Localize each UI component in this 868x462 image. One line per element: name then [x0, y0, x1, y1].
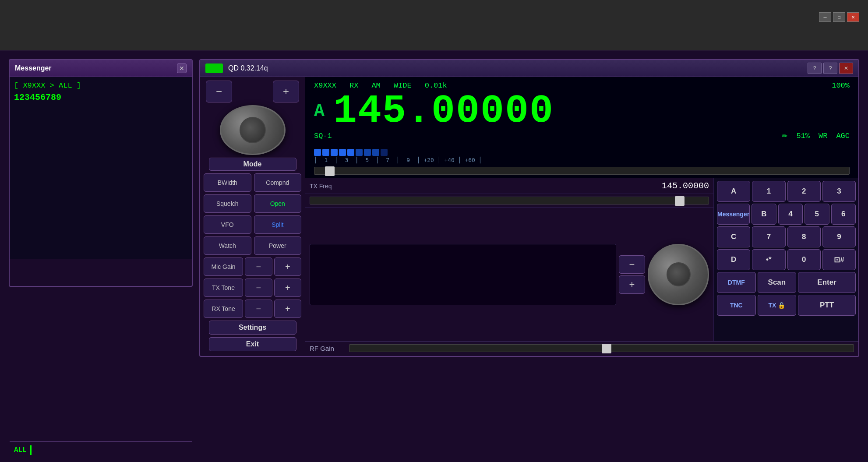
watch-button[interactable]: Watch [204, 236, 251, 255]
power-slider-track[interactable] [310, 197, 709, 205]
key-2[interactable]: 2 [787, 181, 821, 202]
key-4[interactable]: 4 [778, 204, 803, 225]
mic-gain-plus[interactable]: + [274, 257, 302, 276]
minimize-button[interactable]: ─ [819, 12, 831, 22]
tx-freq-value: 145.00000 [335, 181, 709, 191]
close-button[interactable]: ✕ [847, 12, 859, 22]
rx-tone-minus[interactable]: − [245, 300, 272, 318]
squelch-slider-thumb[interactable] [325, 166, 335, 176]
maximize-button[interactable]: □ [833, 12, 845, 22]
sbar-4 [339, 149, 346, 156]
mode-button[interactable]: Mode [209, 158, 296, 171]
tx-keypad-area: TX Freq 145.00000 [305, 178, 858, 341]
radio-help2-button[interactable]: ? [823, 63, 837, 74]
scan-key[interactable]: Scan [758, 272, 797, 293]
tnc-key[interactable]: TNC [717, 295, 756, 316]
large-knob-center [667, 262, 691, 286]
sbar-1 [314, 149, 321, 156]
frequency-display: X9XXX RX AM WIDE 0.01k 100% A 145.00000 [305, 77, 858, 145]
dtmf-key[interactable]: DTMF [717, 272, 756, 293]
messenger-input-row: ALL [10, 441, 192, 458]
radio-body: − + Mode BWidth Compnd Squelch Open VF [200, 77, 858, 355]
tx-freq-row: TX Freq 145.00000 [305, 178, 713, 194]
compnd-button[interactable]: Compnd [254, 173, 302, 192]
split-button[interactable]: Split [254, 215, 302, 234]
radio-close-button[interactable]: ✕ [839, 63, 853, 74]
agc-label: AGC [836, 132, 850, 140]
bwidth-compnd-row: BWidth Compnd [204, 173, 301, 192]
left-controls: − + Mode BWidth Compnd Squelch Open VF [200, 77, 305, 355]
key-6[interactable]: 6 [831, 204, 856, 225]
signal-icon: ✏ [782, 132, 787, 140]
messenger-message-body: 123456789 [14, 92, 187, 102]
bwidth-button[interactable]: BWidth [204, 173, 251, 192]
key-3[interactable]: 3 [822, 181, 856, 202]
settings-button[interactable]: Settings [209, 321, 296, 335]
messenger-to-label: ALL [14, 446, 27, 454]
messenger-key[interactable]: Messenger [717, 204, 750, 225]
key-dot-star[interactable]: •* [752, 249, 785, 270]
squelch-slider-track[interactable] [314, 167, 850, 175]
key-7[interactable]: 7 [752, 226, 785, 247]
power-slider-thumb[interactable] [675, 196, 685, 206]
key-5[interactable]: 5 [804, 204, 829, 225]
adj-plus-button[interactable]: + [619, 275, 645, 294]
key-1[interactable]: 1 [752, 181, 785, 202]
tx-col: TX Freq 145.00000 [305, 178, 714, 341]
messenger-titlebar: Messenger ✕ [10, 60, 192, 77]
sbar-5 [347, 149, 354, 156]
tuning-knob[interactable] [220, 105, 286, 155]
messenger-title: Messenger [15, 64, 52, 72]
power-slider-row [305, 194, 713, 208]
key-d[interactable]: D [717, 249, 750, 270]
messenger-close-button[interactable]: ✕ [177, 63, 187, 73]
enter-key[interactable]: Enter [798, 272, 856, 293]
mic-gain-label: Mic Gain [204, 257, 243, 276]
squelch-button[interactable]: Squelch [204, 194, 251, 213]
messenger-display-panel [310, 244, 616, 305]
keypad-area: A 1 2 3 Messenger B 4 5 6 [714, 178, 858, 341]
sbar-3 [331, 149, 338, 156]
squelch-state[interactable]: Open [254, 194, 302, 213]
key-a[interactable]: A [717, 181, 750, 202]
power-button[interactable]: Power [254, 236, 302, 255]
radio-titlebar: QD 0.32.14q ? ? ✕ [200, 60, 858, 77]
vfo-button[interactable]: VFO [204, 215, 251, 234]
messenger-content: [ X9XXX > ALL ] 123456789 [10, 77, 192, 259]
status-indicator [205, 63, 223, 73]
tx-tone-label: TX Tone [204, 279, 243, 297]
key-c[interactable]: C [717, 226, 750, 247]
window-controls: ─ □ ✕ [819, 12, 859, 22]
smeter-bars [314, 146, 850, 156]
ptt-key[interactable]: PTT [798, 295, 856, 316]
minus-button[interactable]: − [206, 81, 232, 102]
rf-gain-slider-track[interactable] [349, 344, 854, 352]
exit-button[interactable]: Exit [209, 337, 296, 351]
radio-title-left: QD 0.32.14q [205, 63, 268, 73]
tx-lock-key[interactable]: TX 🔒 [758, 295, 797, 316]
plus-button[interactable]: + [273, 81, 299, 102]
mic-gain-minus[interactable]: − [245, 257, 272, 276]
key-b[interactable]: B [752, 204, 776, 225]
key-hash[interactable]: ⊡# [822, 249, 856, 270]
tx-tone-minus[interactable]: − [245, 279, 272, 297]
large-tuning-knob[interactable] [648, 244, 709, 305]
adj-minus-button[interactable]: − [619, 255, 645, 274]
right-area: X9XXX RX AM WIDE 0.01k 100% A 145.00000 [305, 77, 858, 355]
vfo-letter: A [314, 102, 325, 121]
messenger-panel: Messenger ✕ [ X9XXX > ALL ] 123456789 AL… [9, 59, 193, 287]
rf-gain-thumb[interactable] [602, 344, 611, 353]
sbar-8 [372, 149, 379, 156]
watch-power-row: Watch Power [204, 236, 301, 255]
vfo-split-row: VFO Split [204, 215, 301, 234]
signal-pct: 51% [796, 132, 810, 140]
adj-buttons: − + [619, 255, 645, 294]
key-9[interactable]: 9 [822, 226, 856, 247]
key-8[interactable]: 8 [787, 226, 821, 247]
tx-tone-plus[interactable]: + [274, 279, 302, 297]
key-0[interactable]: 0 [787, 249, 821, 270]
squelch-row: Squelch Open [204, 194, 301, 213]
sbar-7 [364, 149, 371, 156]
rx-tone-plus[interactable]: + [274, 300, 302, 318]
radio-help1-button[interactable]: ? [808, 63, 822, 74]
